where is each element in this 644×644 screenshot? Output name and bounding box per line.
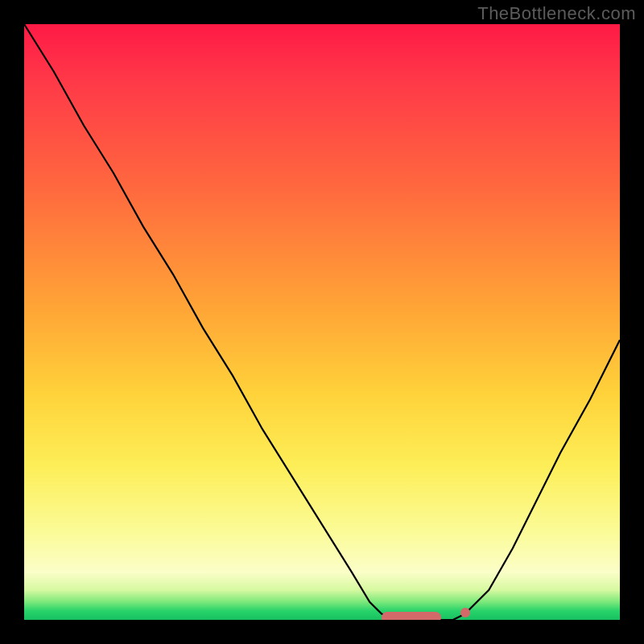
bottleneck-curve: [24, 24, 620, 620]
chart-frame: TheBottleneck.com: [0, 0, 644, 644]
curve-path: [24, 24, 620, 620]
watermark-text: TheBottleneck.com: [477, 3, 636, 24]
optimal-point-marker: [460, 608, 470, 617]
optimal-range-marker: [382, 612, 441, 620]
plot-area: [24, 24, 620, 620]
